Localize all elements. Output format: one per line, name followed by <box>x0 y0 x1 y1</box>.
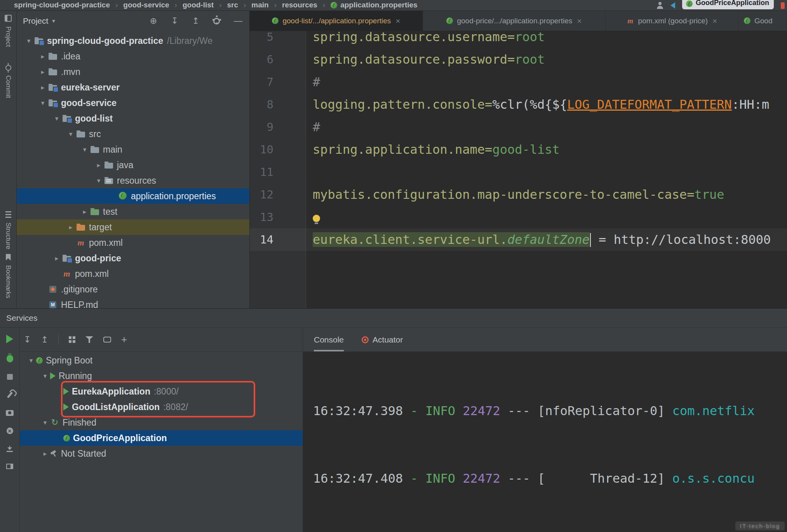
service-eureka-application[interactable]: EurekaApplication :8000/ <box>20 384 303 399</box>
thread-snapshot-camera-icon[interactable] <box>6 410 14 416</box>
editor-tab-pom-good-price[interactable]: m pom.xml (good-price) × <box>606 11 738 31</box>
tree-item-main[interactable]: ▾ main <box>17 142 249 157</box>
breadcrumb-item[interactable]: main <box>251 1 268 9</box>
tab-actuator[interactable]: Actuator <box>362 328 403 351</box>
breadcrumb-item[interactable]: good-list <box>183 1 214 9</box>
tree-item-good-list[interactable]: ▾ good-list <box>17 111 249 126</box>
service-group-label: Finished <box>63 417 96 428</box>
settings-gear-icon[interactable] <box>213 18 220 24</box>
tree-item-eureka-server[interactable]: ▸ eureka-server <box>17 80 249 95</box>
editor-tab-good-list-properties[interactable]: good-list/.../application.properties × <box>250 11 423 31</box>
chevron-right-icon[interactable]: ▸ <box>38 83 48 92</box>
bookmarks-toolwindow-icon[interactable] <box>6 254 11 261</box>
kill-process-icon[interactable]: × <box>7 428 13 434</box>
locate-file-icon[interactable]: ⊕ <box>150 16 157 26</box>
breadcrumb-item[interactable]: src <box>227 1 238 9</box>
stop-button-icon[interactable] <box>781 2 785 9</box>
expand-all-icon[interactable]: ↧ <box>171 16 178 26</box>
chevron-down-icon[interactable]: ▾ <box>80 146 90 154</box>
tree-item-src[interactable]: ▾ src <box>17 126 249 142</box>
chevron-right-icon[interactable]: ▸ <box>38 52 48 61</box>
expand-all-icon[interactable]: ↧ <box>24 335 31 345</box>
layout-options-icon[interactable] <box>6 464 13 469</box>
export-icon[interactable] <box>7 446 13 452</box>
editor-tab-good-price-properties[interactable]: good-price/.../application.properties × <box>423 11 606 31</box>
service-port[interactable]: :8000/ <box>154 386 179 397</box>
tree-item-resources[interactable]: ▾ resources <box>17 173 249 188</box>
tree-item-application-properties[interactable]: application.properties <box>17 188 249 204</box>
service-node-spring-boot[interactable]: ▾ Spring Boot <box>20 353 303 368</box>
collapse-all-icon[interactable]: ↥ <box>41 335 48 345</box>
navigate-back-icon[interactable] <box>670 2 675 9</box>
project-panel-title[interactable]: Project <box>23 16 48 26</box>
chevron-right-icon[interactable]: ▸ <box>66 223 76 231</box>
chevron-down-icon[interactable]: ▾ <box>38 99 48 107</box>
services-panel-title[interactable]: Services <box>0 309 787 328</box>
structure-toolwindow-icon[interactable] <box>5 211 11 218</box>
breadcrumb-item-file[interactable]: application.properties <box>331 1 417 9</box>
chevron-down-icon[interactable]: ▾ <box>52 115 62 123</box>
stripe-project-label[interactable]: Project <box>4 26 12 47</box>
tree-item-project-root[interactable]: ▾ spring-cloud-good-practice /Library/We <box>17 33 249 49</box>
close-tab-icon[interactable]: × <box>395 16 400 26</box>
chevron-right-icon[interactable]: ▸ <box>94 161 104 169</box>
tree-item-good-price[interactable]: ▸ good-price <box>17 250 249 266</box>
chevron-down-icon[interactable]: ▾ <box>66 130 76 138</box>
chevron-right-icon[interactable]: ▸ <box>38 68 48 76</box>
user-profile-icon[interactable] <box>656 2 663 9</box>
intention-lightbulb-icon[interactable] <box>313 215 320 222</box>
tree-item-target[interactable]: ▸ target <box>17 219 249 235</box>
view-options-icon[interactable] <box>103 337 111 342</box>
collapse-all-icon[interactable]: ↥ <box>192 16 199 26</box>
tree-item-java[interactable]: ▸ java <box>17 157 249 173</box>
chevron-down-icon[interactable]: ▾ <box>52 17 55 24</box>
tree-item-idea[interactable]: ▸ .idea <box>17 49 249 64</box>
tab-console[interactable]: Console <box>314 328 344 351</box>
chevron-down-icon[interactable]: ▾ <box>26 356 36 365</box>
breadcrumb-item[interactable]: good-service <box>123 1 169 9</box>
debug-service-icon[interactable] <box>7 355 13 362</box>
chevron-down-icon[interactable]: ▾ <box>94 177 104 185</box>
stripe-bookmarks-label[interactable]: Bookmarks <box>4 265 12 298</box>
console-output[interactable]: 16:32:47.398 - INFO 22472 --- [nfoReplic… <box>303 352 787 532</box>
tree-item-good-service[interactable]: ▾ good-service <box>17 95 249 111</box>
close-tab-icon[interactable]: × <box>577 16 582 26</box>
tree-item-pom-good-service[interactable]: m pom.xml <box>17 266 249 282</box>
edit-configuration-wrench-icon[interactable] <box>7 391 12 398</box>
tree-item-help-md[interactable]: M HELP.md <box>17 297 249 308</box>
breadcrumb-item[interactable]: spring-cloud-good-practice <box>14 1 110 9</box>
commit-toolwindow-icon[interactable] <box>5 65 11 71</box>
chevron-right-icon[interactable]: ▸ <box>40 450 50 458</box>
add-service-icon[interactable]: + <box>121 334 127 346</box>
property-reference[interactable]: LOG_DATEFORMAT_PATTERN <box>567 97 732 112</box>
tree-item-test[interactable]: ▸ test <box>17 204 249 219</box>
service-port[interactable]: :8082/ <box>163 402 188 412</box>
stripe-commit-label[interactable]: Commit <box>4 75 12 98</box>
tree-item-gitignore[interactable]: .gitignore <box>17 282 249 297</box>
chevron-right-icon[interactable]: ▸ <box>80 208 90 216</box>
run-configuration-selector[interactable]: GoodPriceApplication <box>682 0 774 9</box>
stop-service-icon[interactable] <box>7 374 13 380</box>
tree-item-mvn[interactable]: ▸ .mvn <box>17 64 249 80</box>
run-service-icon[interactable] <box>6 335 13 343</box>
group-by-icon[interactable] <box>69 336 75 343</box>
close-tab-icon[interactable]: × <box>712 16 717 26</box>
service-good-price-application[interactable]: GoodPriceApplication <box>20 430 303 446</box>
stripe-structure-label[interactable]: Structure <box>4 223 12 249</box>
filter-icon[interactable] <box>85 336 93 343</box>
service-group-running[interactable]: ▾ Running <box>20 368 303 384</box>
service-group-finished[interactable]: ▾ ↻ Finished <box>20 415 303 430</box>
service-group-not-started[interactable]: ▸ Not Started <box>20 446 303 461</box>
chevron-right-icon[interactable]: ▸ <box>52 254 62 263</box>
service-good-list-application[interactable]: GoodListApplication :8082/ <box>20 399 303 415</box>
project-toolwindow-icon[interactable] <box>5 15 12 22</box>
code-editor[interactable]: 5 spring.datasource.username=root 6 spri… <box>250 31 787 308</box>
chevron-down-icon[interactable]: ▾ <box>40 419 50 427</box>
chevron-down-icon[interactable]: ▾ <box>40 372 50 380</box>
chevron-down-icon[interactable]: ▾ <box>24 37 34 45</box>
tree-item-pom-good-list[interactable]: m pom.xml <box>17 235 249 250</box>
hide-panel-icon[interactable]: — <box>234 16 242 26</box>
module-folder-icon <box>48 83 58 92</box>
editor-tab-clipped[interactable]: Good <box>738 11 787 31</box>
breadcrumb-item[interactable]: resources <box>282 1 317 9</box>
